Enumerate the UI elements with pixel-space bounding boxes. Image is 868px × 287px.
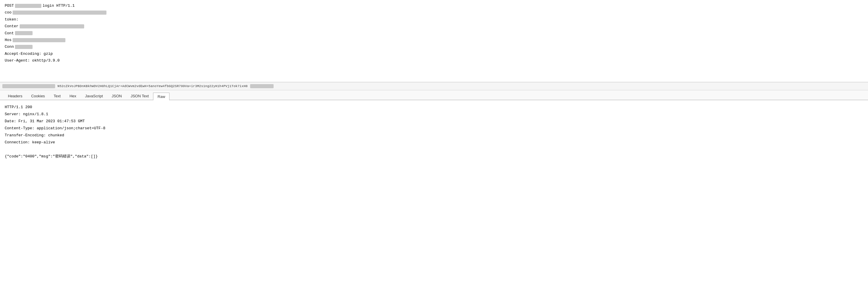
tab-hex[interactable]: Hex [65,92,81,100]
request-line-6: Hos [5,37,863,43]
blur-cookie [12,10,106,15]
connection-prefix: Conn [5,43,14,50]
request-line-1: POST login HTTP/1.1 [5,2,863,9]
method-label: POST [5,2,14,9]
blur-connection [15,45,33,49]
tab-javascript[interactable]: JavaScript [81,92,107,100]
tab-cookies[interactable]: Cookies [27,92,49,100]
response-tabs-bar: Headers Cookies Text Hex JavaScript JSON… [0,90,868,100]
tab-text[interactable]: Text [49,92,65,100]
request-line-4: Conter [5,23,863,30]
blur-host [12,38,65,42]
response-header-content-type: Content-Type: application/json;charset=U… [5,125,863,132]
response-header-server: Server: nginx/1.8.1 [5,111,863,118]
request-line-5: Cont [5,30,863,37]
response-body: {"code":"0400","msg":"密码错误","data":[]} [5,153,863,160]
request-line-7: Conn [5,43,863,50]
token-text: N52cZkVoJPBDnKBkhWDV2H8hLQ1CjAr+AdCWvm2v… [58,85,248,88]
response-header-date: Date: Fri, 31 Mar 2023 01:47:53 GMT [5,118,863,125]
response-status-line: HTTP/1.1 200 [5,104,863,111]
blur-content-length [15,31,33,35]
tab-raw[interactable]: Raw [153,93,169,100]
response-section: HTTP/1.1 200 Server: nginx/1.8.1 Date: F… [0,100,868,164]
http-version: login HTTP/1.1 [42,2,74,9]
tab-json-text[interactable]: JSON Text [126,92,153,100]
token-separator-bar: N52cZkVoJPBDnKBkhWDV2H8hLQ1CjAr+AdCWvm2v… [0,82,868,90]
request-section: POST login HTTP/1.1 coo token: Conter Co… [0,0,868,82]
user-agent-label: User-Agent: okhttp/3.9.0 [5,57,60,64]
request-line-9: User-Agent: okhttp/3.9.0 [5,57,863,64]
token-label: token: [5,16,19,23]
response-body-empty-line [5,146,863,153]
content-length-prefix: Cont [5,30,14,37]
request-line-2: coo [5,9,863,16]
blur-left-separator [2,84,55,88]
tab-json[interactable]: JSON [107,92,126,100]
host-prefix: Hos [5,37,11,43]
cookie-prefix: coo [5,9,11,16]
request-line-8: Accept-Encoding: gzip [5,51,863,57]
blur-content-type [20,24,84,28]
accept-encoding-label: Accept-Encoding: gzip [5,51,53,57]
response-header-transfer-encoding: Transfer-Encoding: chunked [5,132,863,139]
tab-headers[interactable]: Headers [3,92,27,100]
blur-url [15,4,41,8]
request-line-3: token: [5,16,863,23]
response-header-connection: Connection: keep-alive [5,139,863,146]
blur-right-separator [250,84,274,88]
content-type-prefix: Conter [5,23,19,30]
